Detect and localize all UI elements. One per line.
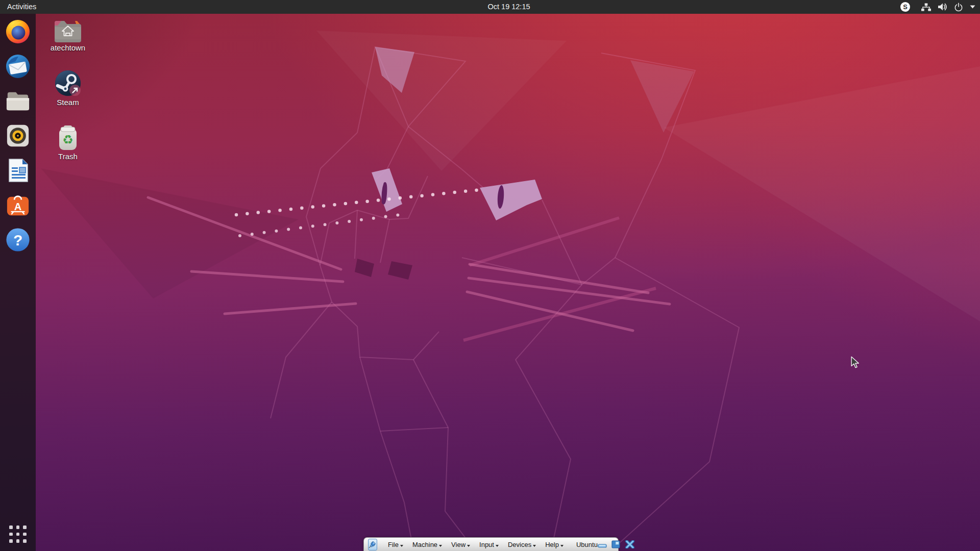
close-icon (625, 540, 634, 548)
desktop-background: atechtown Steam (0, 0, 980, 551)
dropdown-arrow-icon (496, 545, 499, 547)
power-icon[interactable] (954, 3, 963, 12)
dock-item-firefox[interactable] (5, 18, 31, 45)
desktop-icon-trash[interactable]: ♻ Trash (43, 124, 92, 161)
vbox-menu-input-label: Input (479, 541, 494, 548)
restore-button[interactable] (611, 540, 621, 548)
help-icon: ? (5, 227, 31, 253)
firefox-icon (5, 19, 31, 44)
files-icon (5, 89, 31, 113)
vbox-menu-devices-label: Devices (508, 541, 531, 548)
dropdown-arrow-icon (560, 545, 564, 547)
fossa-wallpaper-artwork (0, 0, 980, 551)
svg-text:♻: ♻ (62, 133, 74, 147)
desktop-icon-label: atechtown (43, 43, 92, 52)
dock-item-thunderbird[interactable] (5, 53, 31, 80)
virtualbox-mini-toolbar: File Machine View Input Devices Help Ubu… (363, 537, 619, 551)
minimize-button[interactable] (598, 540, 607, 548)
rhythmbox-icon (5, 123, 31, 148)
dock-item-ubuntu-software[interactable]: A (5, 192, 31, 218)
show-applications-button[interactable] (9, 525, 27, 543)
vbox-window-controls (598, 540, 634, 548)
close-button[interactable] (625, 540, 634, 548)
desktop-icon-steam[interactable]: Steam (43, 69, 92, 107)
restore-icon (611, 540, 621, 548)
vbox-menu-machine[interactable]: Machine (408, 538, 447, 551)
dropdown-arrow-icon (400, 545, 403, 547)
dock-item-libreoffice-writer[interactable] (5, 157, 31, 184)
desktop-icon-label: Trash (43, 152, 92, 161)
volume-icon[interactable] (938, 3, 947, 11)
vbox-menu-view-label: View (451, 541, 465, 548)
vbox-menu-help-label: Help (545, 541, 559, 548)
desktop-icon-home-folder[interactable]: atechtown (43, 18, 92, 52)
top-bar: Activities Oct 19 12:15 S (0, 0, 980, 14)
vbox-menu-file-label: File (388, 541, 399, 548)
pin-toolbar-button[interactable] (368, 539, 377, 550)
system-tray: S (900, 0, 975, 14)
dock-item-files[interactable] (5, 88, 31, 114)
desktop-icon-label: Steam (43, 98, 92, 107)
ubuntu-software-icon: A (5, 193, 31, 217)
dock-item-rhythmbox[interactable] (5, 122, 31, 149)
dock-item-help[interactable]: ? (5, 227, 31, 253)
dropdown-arrow-icon (533, 545, 536, 547)
thunderbird-icon (5, 54, 31, 79)
dropdown-arrow-icon (467, 545, 470, 547)
vbox-menu-machine-label: Machine (412, 541, 437, 548)
trash-icon: ♻ (56, 124, 80, 151)
svg-text:A: A (14, 201, 22, 212)
svg-text:?: ? (13, 232, 22, 248)
vm-name-label: Ubuntu (576, 541, 598, 548)
vbox-menu-help[interactable]: Help (541, 538, 568, 551)
libreoffice-writer-icon (6, 157, 30, 184)
vbox-menu-file[interactable]: File (383, 538, 408, 551)
vbox-menu-devices[interactable]: Devices (503, 538, 541, 551)
minimize-icon (598, 540, 607, 548)
system-menu-arrow-icon[interactable] (970, 5, 975, 9)
vbox-menu-input[interactable]: Input (475, 538, 503, 551)
vbox-menu-view[interactable]: View (447, 538, 475, 551)
dock: A ? (0, 14, 36, 551)
skype-status-icon[interactable]: S (900, 2, 910, 12)
dropdown-arrow-icon (439, 545, 442, 547)
steam-icon (54, 69, 82, 97)
pushpin-icon (369, 540, 377, 548)
activities-button[interactable]: Activities (7, 0, 36, 14)
network-icon[interactable] (921, 3, 931, 11)
home-folder-icon (53, 18, 83, 42)
clock-button[interactable]: Oct 19 12:15 (487, 0, 530, 14)
